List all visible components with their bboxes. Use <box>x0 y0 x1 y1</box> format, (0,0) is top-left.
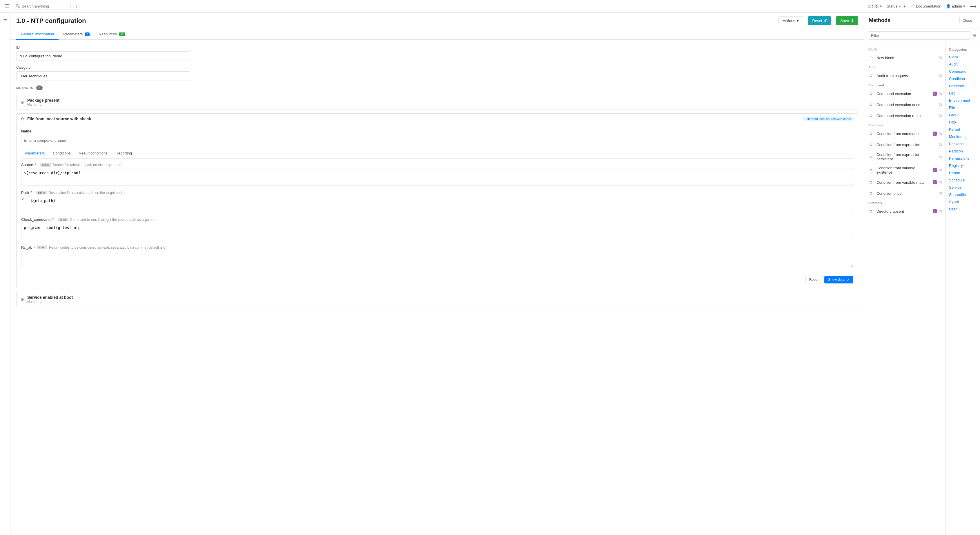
method-item-cmd-exec[interactable]: Command execution i <box>864 88 945 99</box>
method-title-2: File from local source with check <box>27 116 800 121</box>
cond-once-copy-icon[interactable] <box>939 191 942 195</box>
filter-row: ⚙ <box>864 29 980 43</box>
cat-user[interactable]: User <box>945 205 980 213</box>
cond-var-match-copy-icon[interactable] <box>939 180 942 185</box>
close-button[interactable]: Close <box>959 17 975 24</box>
section-label-command: Command <box>864 81 945 88</box>
logout-button[interactable]: ⟶ <box>970 3 977 9</box>
methods-title: METHODS <box>16 86 33 90</box>
cond-expr-copy-icon[interactable] <box>939 142 942 147</box>
cmd-exec-once-copy-icon[interactable] <box>939 102 942 107</box>
nav-left: ☰ 🔍 ? <box>3 2 865 11</box>
check-cmd-param-desc: Command to run, it will get the source p… <box>70 217 157 222</box>
inner-tab-reporting[interactable]: Reporting <box>111 149 136 158</box>
source-param-desc: Source file (absolute path on the target… <box>53 163 123 167</box>
cat-schedule[interactable]: Schedule <box>945 176 980 184</box>
cat-sysctl[interactable]: Sysctl <box>945 198 980 205</box>
admin-label: admin <box>952 4 962 8</box>
cond-cmd-copy-icon[interactable] <box>939 131 942 136</box>
id-input[interactable] <box>16 51 190 61</box>
inner-tab-parameters[interactable]: Parameters <box>21 149 49 158</box>
method-item-new-block[interactable]: ⊞ New block <box>864 52 945 63</box>
method-item-cond-once[interactable]: Condition once <box>864 188 945 199</box>
cat-group[interactable]: Group <box>945 111 980 119</box>
inner-tab-result-conditions[interactable]: Result conditions <box>75 149 111 158</box>
params-wrapper: Source * - string Source file (absolute … <box>21 163 853 273</box>
sidebar-toggle-icon[interactable]: ☰ <box>2 15 9 24</box>
categories-panel: Categories Block Audit Command Condition… <box>945 43 980 535</box>
method-footer: Reset Show docs ↗ <box>21 273 853 283</box>
cond-var-exist-copy-icon[interactable] <box>939 168 942 173</box>
cat-report[interactable]: Report <box>945 169 980 176</box>
actions-button[interactable]: Actions ▾ <box>778 16 803 25</box>
rc-ok-param-input[interactable] <box>21 251 853 268</box>
cat-sharedfile[interactable]: Sharedfile <box>945 191 980 198</box>
method-header-1[interactable]: Package present Name:ntp <box>16 95 858 110</box>
method-item-cond-expr-persist[interactable]: Condition from expression persistent <box>864 150 945 164</box>
method-header-3[interactable]: Service enabled at boot Name:ntp <box>16 292 858 306</box>
search-input[interactable] <box>22 4 62 8</box>
category-input[interactable] <box>16 71 190 81</box>
audit-osquery-copy-icon[interactable] <box>939 73 942 78</box>
check-cmd-param-input[interactable]: program --config-test-ntp <box>21 223 853 240</box>
tab-parameters[interactable]: Parameters 1 <box>59 29 94 40</box>
new-block-icon: ⊞ <box>868 54 874 61</box>
cat-dsc[interactable]: Dsc <box>945 90 980 97</box>
cat-condition[interactable]: Condition <box>945 75 980 82</box>
cat-service[interactable]: Service <box>945 184 980 191</box>
method-header-2[interactable]: File from local source with check File f… <box>16 114 858 124</box>
tab-general-information[interactable]: General information <box>16 29 59 40</box>
dir-absent-copy-icon[interactable] <box>939 209 942 214</box>
cmd-exec-once-name: Command execution once <box>877 103 937 107</box>
show-docs-button[interactable]: Show docs ↗ <box>824 276 853 283</box>
cat-environment[interactable]: Environment <box>945 97 980 104</box>
path-param-desc: Destination file (absolute path on the t… <box>48 191 125 195</box>
method-item-cmd-exec-result[interactable]: Command execution result <box>864 110 945 121</box>
hamburger-button[interactable]: ☰ <box>3 2 10 11</box>
method-item-dir-absent[interactable]: Directory absent i <box>864 206 945 217</box>
cat-file[interactable]: File <box>945 104 980 111</box>
reset-button[interactable]: Reset ↺ <box>808 16 831 25</box>
method-item-cond-var-exist[interactable]: Condition from variable existence i <box>864 164 945 177</box>
cat-monitoring[interactable]: Monitoring <box>945 133 980 140</box>
method-item-cmd-exec-once[interactable]: Command execution once <box>864 99 945 110</box>
gear-icon-3 <box>21 297 24 302</box>
cat-http[interactable]: Http <box>945 119 980 126</box>
status-item[interactable]: Status ✓ ▾ <box>887 3 905 9</box>
rc-ok-type-badge: string <box>37 246 47 249</box>
path-param-input[interactable]: ${ntp_path} <box>28 196 853 213</box>
method-item-cond-var-match[interactable]: Condition from variable match i <box>864 177 945 188</box>
cr-badge[interactable]: CR 8 ▾ <box>867 4 882 8</box>
method-item-cond-cmd[interactable]: Condition from command i <box>864 128 945 139</box>
inner-tab-conditions[interactable]: Conditions <box>49 149 75 158</box>
cat-partition[interactable]: Partition <box>945 148 980 155</box>
admin-menu[interactable]: 👤 admin ▾ <box>946 4 965 8</box>
cat-block[interactable]: Block <box>945 53 980 60</box>
documentation-link[interactable]: 📄 Documentation <box>910 4 941 8</box>
cmd-exec-copy-icon[interactable] <box>939 91 942 96</box>
cat-registry[interactable]: Registry <box>945 162 980 169</box>
tab-resources[interactable]: Resources +1 <box>94 29 130 40</box>
component-name-input[interactable] <box>21 136 853 145</box>
save-button[interactable]: Save ⬇ <box>836 16 858 25</box>
cr-label: CR <box>867 4 873 8</box>
cmd-exec-result-copy-icon[interactable] <box>939 113 942 118</box>
cond-expr-persist-copy-icon[interactable] <box>939 154 942 159</box>
new-block-copy-icon[interactable] <box>939 56 942 60</box>
cat-audit[interactable]: Audit <box>945 60 980 68</box>
cat-directory[interactable]: Directory <box>945 82 980 90</box>
method-item-cond-expr[interactable]: Condition from expression <box>864 139 945 150</box>
method-reset-button[interactable]: Reset <box>805 276 822 283</box>
source-param-input[interactable]: ${resources_dir}/ntp.conf <box>21 168 853 186</box>
filter-input[interactable] <box>868 31 970 40</box>
cat-command[interactable]: Command <box>945 68 980 75</box>
cat-permissions[interactable]: Permissions <box>945 155 980 162</box>
filter-settings-icon[interactable]: ⚙ <box>973 33 977 38</box>
cond-cmd-icon <box>868 130 874 137</box>
search-icon: 🔍 <box>15 4 20 8</box>
cat-package[interactable]: Package <box>945 140 980 148</box>
help-button[interactable]: ? <box>73 3 80 10</box>
category-section: Category <box>16 65 858 81</box>
cat-kernel[interactable]: Kernel <box>945 126 980 133</box>
method-item-audit-osquery[interactable]: Audit from osquery <box>864 70 945 81</box>
